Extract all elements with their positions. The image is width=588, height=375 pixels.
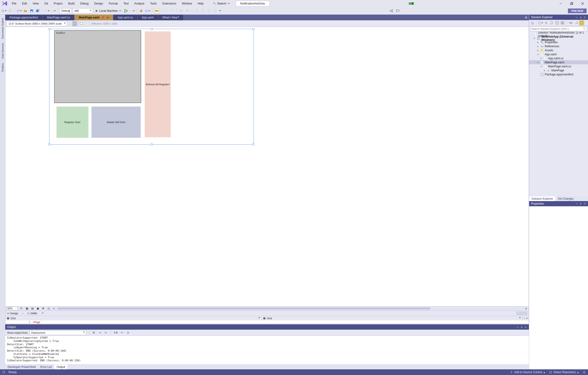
device-combo[interactable]: 13.5" Surface Book (3000 x 2000) 200% sc… [6, 21, 67, 26]
tree-appxaml[interactable]: ▾📄App.xaml [529, 52, 588, 56]
doc-tab-mainpage-xaml[interactable]: MainPage.xaml 📌 ✕ [74, 15, 113, 20]
chevron-down-icon[interactable] [516, 326, 519, 328]
se-home-button[interactable] [530, 20, 535, 25]
portrait-button[interactable] [72, 21, 77, 26]
step-over-button[interactable] [169, 8, 175, 13]
properties-header[interactable]: Properties [529, 201, 588, 206]
pin-icon[interactable]: 📌 [101, 16, 105, 19]
artboard[interactable]: TextBox Register One! Delete Old One! Re… [49, 29, 254, 145]
grid-btn-1[interactable]: ▦ [25, 307, 29, 310]
config-combo[interactable]: Debug [60, 8, 72, 13]
pin-icon[interactable] [579, 202, 582, 205]
se-collapse-button[interactable] [555, 20, 559, 25]
menu-tools[interactable]: Tools [147, 1, 160, 6]
tree-mainpage-class[interactable]: ▸⧈MainPage [529, 68, 588, 72]
run-button[interactable]: Local Machine [94, 9, 123, 13]
deploy-button[interactable] [139, 8, 144, 13]
menu-view[interactable]: View [30, 1, 42, 6]
output-header[interactable]: Output [5, 324, 529, 330]
pin-icon[interactable] [520, 326, 523, 328]
se-code-button[interactable]: <> [568, 20, 573, 25]
undo-button[interactable] [44, 8, 50, 13]
se-pending-button[interactable] [544, 20, 548, 25]
doc-tab-app-xaml[interactable]: App.xaml [138, 15, 158, 20]
solution-explorer-header[interactable]: Solution Explorer [529, 15, 588, 20]
se-showall-button[interactable] [560, 20, 565, 25]
platform-combo[interactable]: x86 [73, 8, 93, 13]
minimize-button[interactable] [555, 0, 566, 7]
tree-references[interactable]: ▸▭References [529, 44, 588, 48]
textbox-control[interactable]: TextBox [54, 30, 141, 103]
split-vert-button[interactable] [516, 312, 520, 315]
path-combo-1[interactable]: ▦ Grid [5, 316, 262, 320]
doc-tab-whatsnew[interactable]: What's New? [158, 15, 183, 20]
align-left-button[interactable] [179, 8, 184, 13]
se-properties-button[interactable] [574, 20, 578, 25]
output-source-combo[interactable]: Deployment [30, 330, 86, 335]
select-repository[interactable]: Select Repository ▴ [549, 371, 578, 374]
se-switch-view-button[interactable] [538, 20, 543, 25]
menu-analyze[interactable]: Analyze [131, 1, 147, 6]
output-clear-button[interactable]: ✕≣ [113, 330, 118, 335]
doc-tab-app-cs[interactable]: App.xaml.cs [113, 15, 137, 20]
solution-tree[interactable]: 📄Solution 'NotificationHubSolu' (1 of 1 … [529, 32, 588, 196]
tab-error-list[interactable]: Error List [38, 365, 54, 369]
tree-mainpage-cs[interactable]: ▾📄MainPage.xaml.cs [529, 64, 588, 68]
doc-tab-manifest[interactable]: Package.appxmanifest [5, 15, 42, 20]
feedback-button[interactable] [395, 8, 400, 13]
tree-mainpage-xaml[interactable]: ▾📄MainPage.xaml [529, 60, 588, 64]
new-project-button[interactable] [17, 8, 22, 13]
scroll-right[interactable]: ▶ [525, 307, 528, 310]
step-into-button[interactable] [163, 8, 168, 13]
bookmark-btn-4[interactable] [212, 8, 218, 13]
hot-reload-button[interactable] [130, 8, 135, 13]
zoom-combo[interactable]: 50% [6, 307, 18, 310]
account-indicator[interactable] [409, 2, 414, 5]
output-btn-1[interactable]: ≣ [91, 330, 96, 335]
split-horz-button[interactable] [520, 312, 524, 315]
design-surface[interactable]: TextBox Register One! Delete Old One! Re… [5, 27, 529, 306]
h-scrollbar[interactable] [57, 307, 523, 310]
snap3-btn[interactable]: ◫ [47, 307, 50, 310]
menu-window[interactable]: Window [179, 1, 195, 6]
rtab-solution-explorer[interactable]: Solution Explorer [529, 196, 555, 201]
nav-back-button[interactable] [1, 8, 7, 13]
collapse-pane-button[interactable] [524, 312, 527, 315]
output-btn-3[interactable]: ⇤ [104, 330, 108, 335]
doc-tab-mainpage-cs[interactable]: MainPage.xaml.cs [42, 15, 74, 20]
tree-manifest[interactable]: 📋Package.appxmanifest [529, 72, 588, 76]
menu-project[interactable]: Project [51, 1, 65, 6]
maximize-button[interactable] [566, 0, 577, 7]
toolbar-overflow[interactable] [219, 10, 221, 12]
snap-btn[interactable]: ▣ [36, 307, 40, 310]
close-icon[interactable] [584, 202, 586, 205]
fit-button[interactable]: ⟳ [20, 307, 23, 310]
save-all-button[interactable] [35, 8, 41, 13]
rtab-git-changes[interactable]: Git Changes [555, 196, 576, 201]
menu-extensions[interactable]: Extensions [160, 1, 179, 6]
chevron-down-icon[interactable] [576, 202, 578, 205]
tree-project[interactable]: ▾▢NoteHubApp (Universal Windows) [529, 36, 588, 40]
delete-button[interactable]: Delete Old One! [92, 107, 141, 138]
se-preview-button[interactable] [579, 20, 584, 25]
se-search-input[interactable] [530, 26, 587, 31]
scroll-left[interactable]: ◀ [52, 307, 55, 310]
open-file-button[interactable] [23, 8, 28, 13]
live-share-button[interactable] [389, 8, 394, 13]
bookmark-btn-3[interactable] [206, 8, 212, 13]
align-top-button[interactable] [185, 8, 190, 13]
pin-icon[interactable] [579, 16, 582, 19]
close-icon[interactable]: ✕ [107, 16, 109, 19]
emulator-button[interactable] [145, 8, 150, 13]
tab-output[interactable]: Output [54, 365, 67, 369]
swap-panes-button[interactable]: ↕ [22, 312, 23, 315]
menu-debug[interactable]: Debug [77, 1, 91, 6]
output-wrap-button[interactable]: ↩ [119, 330, 124, 335]
menu-git[interactable]: Git [42, 1, 51, 6]
start-no-debug-button[interactable] [123, 8, 129, 13]
path-combo-2[interactable]: ▦ Grid [262, 316, 523, 320]
tree-assets[interactable]: ▸📁Assets [529, 48, 588, 52]
chevron-down-icon[interactable] [576, 16, 578, 19]
plus-button[interactable]: + [526, 317, 528, 320]
output-btn-2[interactable]: ⇥ [97, 330, 102, 335]
